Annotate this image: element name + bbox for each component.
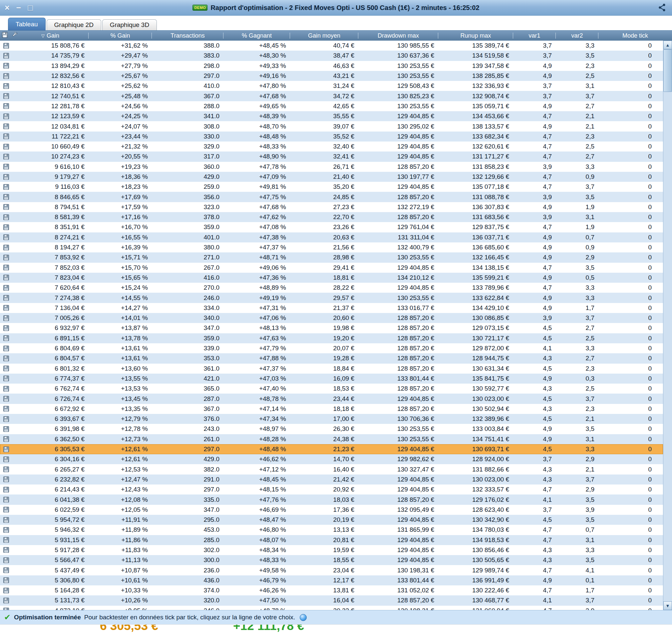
save-result-icon[interactable] — [0, 133, 12, 139]
table-row[interactable]: 10 274,23 €+20,55 %317.0+48,90 %32,41 €1… — [0, 151, 663, 162]
save-result-icon[interactable] — [0, 335, 12, 341]
table-row[interactable]: 5 946,32 €+11,89 %453.0+46,80 %13,13 €13… — [0, 525, 663, 535]
save-result-icon[interactable] — [0, 315, 12, 321]
table-row[interactable]: 6 774,37 €+13,55 %421.0+47,03 %16,09 €13… — [0, 374, 663, 384]
save-result-icon[interactable] — [0, 83, 12, 89]
save-result-icon[interactable] — [0, 588, 12, 593]
table-row[interactable]: 12 034,81 €+24,07 %308.0+48,70 %39,07 €1… — [0, 121, 663, 131]
save-result-icon[interactable] — [0, 497, 12, 503]
table-row[interactable]: 6 891,15 €+13,78 %359.0+47,63 %19,20 €12… — [0, 333, 663, 343]
save-result-icon[interactable] — [0, 446, 12, 452]
table-row[interactable]: 5 931,15 €+11,86 %285.0+48,07 %20,81 €12… — [0, 535, 663, 545]
table-row[interactable]: 9 116,03 €+18,23 %259.0+49,81 %35,20 €12… — [0, 182, 663, 192]
table-row[interactable]: 8 581,39 €+17,16 %378.0+47,62 %22,70 €12… — [0, 212, 663, 222]
save-result-icon[interactable] — [0, 426, 12, 432]
table-row[interactable]: 6 932,97 €+13,87 %347.0+48,13 %19,98 €12… — [0, 323, 663, 333]
save-result-icon[interactable] — [0, 103, 12, 109]
scroll-up-button[interactable]: ▲ — [663, 41, 672, 49]
table-row[interactable]: 6 022,59 €+12,05 %347.0+46,69 %17,36 €13… — [0, 505, 663, 515]
save-result-icon[interactable] — [0, 477, 12, 482]
save-result-icon[interactable] — [0, 174, 12, 180]
table-row[interactable]: 5 164,28 €+10,33 %374.0+46,26 %13,81 €13… — [0, 585, 663, 595]
scrollbar-thumb[interactable] — [663, 49, 672, 92]
save-result-icon[interactable] — [0, 325, 12, 331]
table-row[interactable]: 6 214,43 €+12,43 %297.0+48,15 %20,92 €12… — [0, 485, 663, 494]
save-result-icon[interactable] — [0, 487, 12, 492]
save-result-icon[interactable] — [0, 598, 12, 603]
scroll-down-button[interactable]: ▼ — [663, 601, 672, 610]
table-row[interactable]: 4 973,10 €+9,95 %246.0+48,78 %20,22 €130… — [0, 606, 663, 610]
save-result-icon[interactable] — [0, 416, 12, 422]
share-icon[interactable] — [658, 3, 667, 13]
table-row[interactable]: 6 801,32 €+13,60 %361.0+47,37 %18,84 €12… — [0, 364, 663, 374]
table-row[interactable]: 6 804,69 €+13,61 %339.0+47,79 %20,07 €12… — [0, 343, 663, 353]
table-row[interactable]: 6 232,82 €+12,47 %291.0+48,45 %21,42 €12… — [0, 474, 663, 485]
table-row[interactable]: 5 131,73 €+10,26 %320.0+47,50 %16,04 €12… — [0, 595, 663, 605]
table-row[interactable]: 7 823,04 €+15,65 %416.0+47,36 %18,81 €13… — [0, 273, 663, 283]
table-row[interactable]: 6 762,74 €+13,53 %365.0+47,40 %18,53 €12… — [0, 384, 663, 394]
save-result-icon[interactable] — [0, 164, 12, 170]
save-result-icon[interactable] — [0, 527, 12, 533]
save-result-icon[interactable] — [0, 265, 12, 270]
table-row[interactable]: 12 123,59 €+24,25 %341.0+48,39 %35,55 €1… — [0, 111, 663, 121]
titlebar[interactable]: × − □ DEMO Rapport d'optimisation - 2 Fi… — [0, 0, 672, 16]
table-row[interactable]: 5 917,28 €+11,83 %302.0+48,34 %19,59 €12… — [0, 545, 663, 555]
save-result-icon[interactable] — [0, 375, 12, 381]
table-row[interactable]: 11 722,21 €+23,44 %330.0+48,48 %35,52 €1… — [0, 131, 663, 142]
table-row[interactable]: 12 832,56 €+25,67 %297.0+49,16 %43,21 €1… — [0, 71, 663, 81]
table-row[interactable]: 12 740,51 €+25,48 %367.0+47,68 %34,72 €1… — [0, 91, 663, 101]
table-row[interactable]: 6 041,38 €+12,08 %335.0+47,76 %18,03 €12… — [0, 494, 663, 505]
save-result-icon[interactable] — [0, 366, 12, 371]
save-result-icon[interactable] — [0, 154, 12, 160]
save-result-icon[interactable] — [0, 224, 12, 230]
table-row[interactable]: 6 804,57 €+13,61 %353.0+47,88 %19,28 €12… — [0, 353, 663, 363]
save-result-icon[interactable] — [0, 537, 12, 543]
save-result-icon[interactable] — [0, 184, 12, 190]
save-result-icon[interactable] — [0, 305, 12, 311]
save-result-icon[interactable] — [0, 93, 12, 99]
table-row[interactable]: 6 362,50 €+12,73 %261.0+48,28 %24,38 €13… — [0, 434, 663, 444]
table-row[interactable]: 7 852,03 €+15,70 %267.0+49,06 %29,41 €12… — [0, 263, 663, 273]
table-row[interactable]: 12 281,78 €+24,56 %288.0+49,65 %42,65 €1… — [0, 101, 663, 111]
save-result-icon[interactable] — [0, 406, 12, 412]
table-row[interactable]: 8 274,21 €+16,55 %401.0+47,38 %20,63 €13… — [0, 233, 663, 242]
vertical-scrollbar[interactable]: ▲ ▼ — [663, 41, 672, 610]
save-result-icon[interactable] — [0, 436, 12, 442]
save-result-icon[interactable] — [0, 194, 12, 200]
save-result-icon[interactable] — [0, 517, 12, 523]
save-result-icon[interactable] — [0, 386, 12, 392]
save-result-icon[interactable] — [0, 356, 12, 361]
save-result-icon[interactable] — [0, 396, 12, 401]
save-result-icon[interactable] — [0, 235, 12, 240]
column-header-runup-max[interactable]: Runup max — [438, 31, 513, 41]
save-result-icon[interactable] — [0, 457, 12, 462]
column-header-var2[interactable]: var2 — [556, 31, 598, 41]
table-row[interactable]: 8 351,91 €+16,70 %359.0+47,08 %23,26 €12… — [0, 222, 663, 232]
table-row[interactable]: 7 136,04 €+14,27 %334.0+47,31 %21,37 €13… — [0, 303, 663, 313]
column-header-transactions[interactable]: Transactions — [152, 31, 223, 41]
column-header-gain[interactable]: ▽Gain — [12, 31, 89, 41]
column-header-drawdown-max[interactable]: Drawdown max — [358, 31, 438, 41]
wrench-icon[interactable] — [12, 32, 18, 39]
tab-graphique-2d[interactable]: Graphique 2D — [47, 19, 101, 30]
save-result-icon[interactable] — [0, 557, 12, 563]
table-row[interactable]: 6 391,98 €+12,78 %243.0+48,97 %26,30 €13… — [0, 424, 663, 434]
save-result-icon[interactable] — [0, 577, 12, 583]
save-result-icon[interactable] — [0, 43, 12, 49]
column-header-mode-tick[interactable]: Mode tick — [598, 31, 672, 41]
save-result-icon[interactable] — [0, 245, 12, 250]
minimize-button[interactable]: − — [16, 4, 21, 12]
save-result-icon[interactable] — [0, 63, 12, 69]
save-result-icon[interactable] — [0, 547, 12, 553]
table-row[interactable]: 6 304,16 €+12,61 %429.0+46,62 %14,70 €12… — [0, 454, 663, 464]
table-row[interactable]: 5 566,47 €+11,13 %300.0+48,33 %18,55 €12… — [0, 555, 663, 565]
table-row[interactable]: 7 620,64 €+15,24 %270.0+48,89 %28,22 €12… — [0, 283, 663, 293]
save-result-icon[interactable] — [0, 124, 12, 129]
table-row[interactable]: 10 660,49 €+21,32 %329.0+48,33 %32,40 €1… — [0, 142, 663, 151]
column-header-pct-gagnant[interactable]: % Gagnant — [223, 31, 290, 41]
save-result-icon[interactable] — [0, 346, 12, 351]
table-row[interactable]: 14 735,79 €+29,47 %383.0+48,30 %38,47 €1… — [0, 51, 663, 60]
table-row[interactable]: 5 954,72 €+11,91 %295.0+48,47 %20,19 €12… — [0, 515, 663, 525]
table-row[interactable]: 15 808,76 €+31,62 %388.0+48,45 %40,74 €1… — [0, 41, 663, 51]
save-result-icon[interactable] — [0, 144, 12, 149]
